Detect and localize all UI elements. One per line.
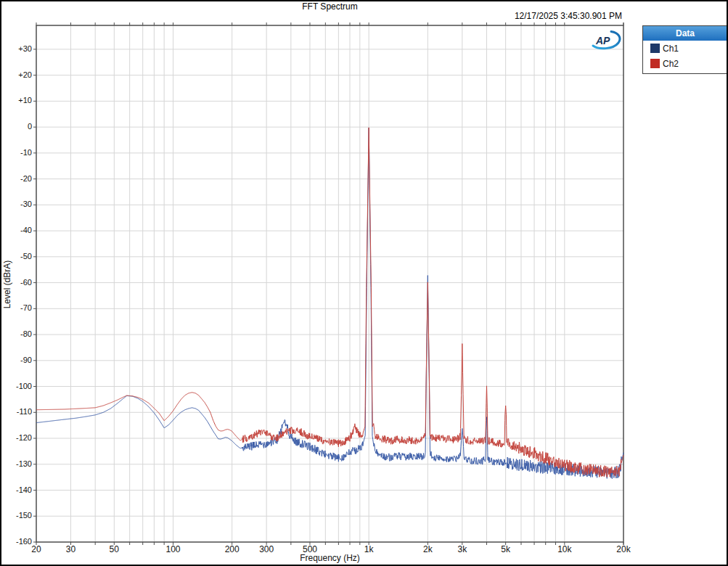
y-tick-label: -110 (1, 407, 32, 416)
y-tick-label: -130 (1, 459, 32, 468)
legend-header: Data (643, 26, 727, 41)
legend-items: Ch1Ch2 (643, 41, 727, 71)
series-ch2-curve (36, 128, 623, 477)
y-tick-label: -100 (1, 382, 32, 390)
y-tick-label: -30 (1, 200, 32, 208)
spectrum-plot-area[interactable] (1, 1, 728, 566)
legend-item-ch2[interactable]: Ch2 (643, 56, 727, 71)
y-tick-label: -120 (1, 433, 32, 442)
ch2-color-swatch (650, 59, 660, 68)
ch1-color-swatch (650, 44, 660, 53)
y-tick-label: -150 (1, 511, 32, 520)
y-tick-label: -10 (1, 148, 32, 157)
y-tick-label: -40 (1, 226, 32, 234)
x-axis-title: Frequency (Hz) (36, 553, 623, 563)
legend-item-ch1[interactable]: Ch1 (643, 41, 727, 56)
fft-spectrum-window: FFT Spectrum 12/17/2025 3:45:30.901 PM 2… (0, 0, 728, 566)
y-axis-title: Level (dBrA) (2, 251, 12, 318)
ap-logo: AP (589, 29, 624, 52)
y-tick-label: -20 (1, 174, 32, 183)
y-tick-label: -90 (1, 356, 32, 364)
legend-item-label: Ch2 (663, 59, 679, 69)
y-tick-label: -160 (1, 537, 32, 546)
legend-panel: Data Ch1Ch2 (642, 25, 728, 74)
y-tick-label: +30 (1, 44, 32, 53)
ap-logo-text: AP (595, 35, 610, 46)
legend-item-label: Ch1 (663, 44, 679, 54)
y-tick-label: 0 (1, 122, 32, 131)
y-tick-label: -140 (1, 485, 32, 494)
y-tick-label: -80 (1, 329, 32, 338)
y-tick-label: +10 (1, 96, 32, 104)
series-ch1-curve (36, 128, 623, 478)
y-tick-label: +20 (1, 70, 32, 79)
